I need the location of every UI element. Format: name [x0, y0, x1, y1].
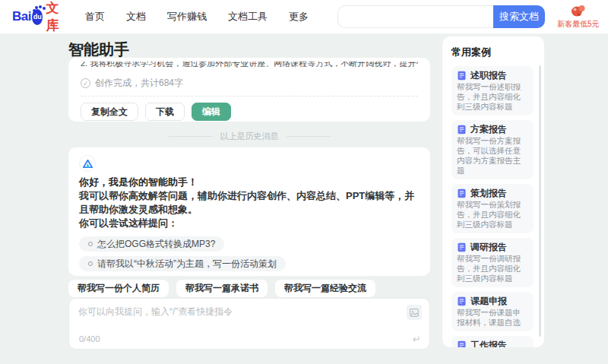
page-title: 智能助手	[68, 40, 430, 60]
download-button[interactable]: 下载	[145, 103, 185, 121]
case-desc: 帮我写一份方案报告，可以选择任意内容为方案报告主题	[457, 136, 528, 176]
promo-label: 新客最低5元	[557, 19, 600, 30]
bullet-circle-icon	[88, 261, 93, 266]
sidebar-scrollbar[interactable]	[539, 65, 541, 337]
promo-entry[interactable]: 新客最低5元	[557, 5, 600, 30]
chip-commitment-letter[interactable]: 帮我写一篇承诺书	[176, 280, 268, 297]
promo-gift-icon	[571, 5, 586, 17]
search-input[interactable]	[337, 5, 493, 28]
case-title: 工作报告	[470, 340, 507, 347]
case-title: 课题申报	[470, 296, 507, 306]
case-desc: 帮我写一份述职报告，并且内容细化到三级内容标题	[457, 82, 528, 112]
case-item-work-report[interactable]: 工作报告 帮我写一份工作报告，工作类型随机	[451, 336, 534, 347]
logo-text-wenku: 文库	[46, 0, 63, 34]
case-item-planning-report[interactable]: 策划报告 帮我写一份策划报告，并且内容细化到三级内容标题	[451, 184, 534, 233]
copy-all-button[interactable]: 复制全文	[81, 103, 138, 121]
document-icon	[457, 296, 467, 306]
assistant-logo-icon	[83, 160, 93, 168]
assistant-main: 智能助手 2. 我将积极寻求学习机会，通过参加外部专业讲座、网络课程等方式，不断…	[68, 40, 430, 60]
edit-button[interactable]: 编辑	[192, 103, 231, 121]
history-message-divider: 以上是历史消息	[68, 131, 430, 142]
case-item-project-application[interactable]: 课题申报 帮我写一份课题申报材料，课题自选	[451, 292, 534, 331]
greeting-hint: 你可以尝试这样提问：	[79, 217, 420, 230]
case-title: 策划报告	[470, 188, 507, 198]
divider-line-left	[169, 136, 213, 137]
greeting-title: 你好，我是你的智能助手！	[79, 176, 420, 189]
assistant-greeting-card: 你好，我是你的智能助手！ 我可以帮你高效解答问题，辅助你进行内容创作、内容总结、…	[68, 147, 430, 276]
common-cases-sidebar: 常用案例 述职报告 帮我写一份述职报告，并且内容细化到三级内容标题 方案报告 帮…	[442, 36, 544, 347]
document-icon	[457, 71, 467, 81]
nav-item-doc-tools[interactable]: 文档工具	[228, 10, 268, 24]
search-docs-button[interactable]: 搜索文档	[493, 5, 545, 28]
assistant-avatar	[79, 155, 96, 172]
message-input[interactable]	[78, 305, 382, 331]
image-glyph	[410, 309, 419, 317]
case-title: 述职报告	[470, 70, 507, 81]
nav-item-home[interactable]: 首页	[85, 10, 105, 24]
message-composer: 0/400 ↵	[68, 298, 430, 350]
logo-text-bai: Bai	[12, 9, 31, 24]
dashed-divider	[81, 96, 418, 97]
top-header: Bai du 文库 首页 文档 写作赚钱 文档工具 更多 搜索文档 新客最低5元…	[0, 0, 608, 34]
case-item-plan-report[interactable]: 方案报告 帮我写一份方案报告，可以选择任意内容为方案报告主题	[451, 120, 534, 179]
divider-line-right	[287, 136, 331, 137]
char-counter: 0/400	[79, 334, 100, 343]
history-divider-label: 以上是历史消息	[220, 131, 279, 142]
document-icon	[457, 188, 467, 198]
nav-item-write-earn[interactable]: 写作赚钱	[167, 10, 207, 24]
case-title: 方案报告	[470, 124, 507, 135]
case-item-duty-report[interactable]: 述职报告 帮我写一份述职报告，并且内容细化到三级内容标题	[451, 66, 534, 116]
case-desc: 帮我写一份课题申报材料，课题自选	[457, 308, 528, 328]
header-actions: 新客最低5元 客户端 看过	[557, 5, 608, 30]
check-circle-icon: ✓	[81, 78, 90, 88]
baidu-paw-icon: du	[32, 9, 43, 25]
nav-item-docs[interactable]: 文档	[126, 10, 146, 24]
chip-experience-exchange[interactable]: 帮我写一篇经验交流	[275, 280, 375, 297]
document-icon	[457, 340, 467, 348]
image-upload-icon[interactable]	[407, 305, 422, 320]
suggestion-ogg-to-mp3[interactable]: 怎么把OGG格式转换成MP3?	[79, 236, 224, 252]
suggested-questions: 怎么把OGG格式转换成MP3? 请帮我以“中秋活动”为主题，写一份活动策划 请辅…	[79, 236, 420, 276]
baidu-wenku-logo[interactable]: Bai du 文库	[12, 0, 64, 34]
document-icon	[457, 242, 467, 252]
greeting-body: 我可以帮你高效解答问题，辅助你进行内容创作、内容总结、PPT编辑等，并且帮助你激…	[79, 189, 420, 217]
clipped-result-text: 2. 我将积极寻求学习机会，通过参加外部专业讲座、网络课程等方式，不断开阔视野，…	[81, 62, 418, 71]
suggestion-midautumn-plan[interactable]: 请帮我以“中秋活动”为主题，写一份活动策划	[79, 256, 286, 271]
main-nav: 首页 文档 写作赚钱 文档工具 更多	[85, 10, 309, 24]
generation-status-text: 创作完成，共计684字	[95, 77, 183, 90]
suggestion-label: 怎么把OGG格式转换成MP3?	[97, 238, 215, 251]
bullet-circle-icon	[88, 242, 93, 246]
quick-prompt-chips: 帮我写一份个人简历 帮我写一篇承诺书 帮我写一篇经验交流	[68, 280, 375, 297]
generated-result-card: 2. 我将积极寻求学习机会，通过参加外部专业讲座、网络课程等方式，不断开阔视野，…	[68, 58, 430, 122]
generation-status-row: ✓ 创作完成，共计684字	[81, 77, 418, 90]
document-icon	[457, 125, 467, 135]
nav-item-more[interactable]: 更多	[289, 10, 309, 24]
case-title: 调研报告	[470, 242, 507, 252]
sidebar-title: 常用案例	[451, 46, 537, 59]
search-box: 搜索文档	[337, 5, 545, 28]
enter-send-icon[interactable]: ↵	[413, 334, 421, 345]
result-actions: 复制全文 下载 编辑	[81, 103, 418, 121]
chip-resume[interactable]: 帮我写一份个人简历	[68, 280, 169, 297]
case-item-research-report[interactable]: 调研报告 帮我写一份调研报告，并且内容细化到三级内容标题	[451, 238, 534, 287]
case-desc: 帮我写一份策划报告，并且内容细化到三级内容标题	[457, 200, 528, 229]
case-desc: 帮我写一份调研报告，并且内容细化到三级内容标题	[457, 254, 528, 283]
suggestion-label: 请帮我以“中秋活动”为主题，写一份活动策划	[97, 258, 277, 271]
